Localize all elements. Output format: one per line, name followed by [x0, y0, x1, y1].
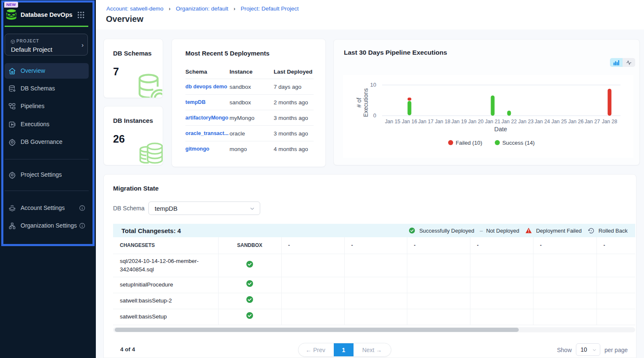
svg-text:Jan 18: Jan 18 — [435, 119, 451, 125]
svg-text:Executions: Executions — [362, 88, 369, 117]
svg-text:Jan 24: Jan 24 — [535, 119, 550, 125]
svg-text:# of: # of — [356, 98, 362, 107]
svg-text:Jan 22: Jan 22 — [501, 119, 517, 125]
svg-text:10: 10 — [370, 82, 376, 88]
svg-text:Failed (10): Failed (10) — [456, 140, 482, 146]
svg-text:Date: Date — [494, 126, 507, 133]
svg-text:Jan 16: Jan 16 — [402, 119, 417, 125]
svg-text:Success (14): Success (14) — [502, 140, 535, 146]
svg-text:Jan 28: Jan 28 — [602, 119, 618, 125]
svg-text:Jan 25: Jan 25 — [552, 119, 567, 125]
svg-text:Jan 15: Jan 15 — [385, 119, 401, 125]
svg-text:Jan 26: Jan 26 — [568, 119, 584, 125]
svg-text:0: 0 — [373, 112, 376, 119]
svg-text:Jan 17: Jan 17 — [418, 119, 434, 125]
svg-text:Jan 21: Jan 21 — [485, 119, 501, 125]
svg-text:Jan 20: Jan 20 — [468, 119, 484, 125]
svg-text:Jan 27: Jan 27 — [585, 119, 600, 125]
svg-text:Jan 23: Jan 23 — [518, 119, 534, 125]
svg-text:Jan 19: Jan 19 — [451, 119, 467, 125]
